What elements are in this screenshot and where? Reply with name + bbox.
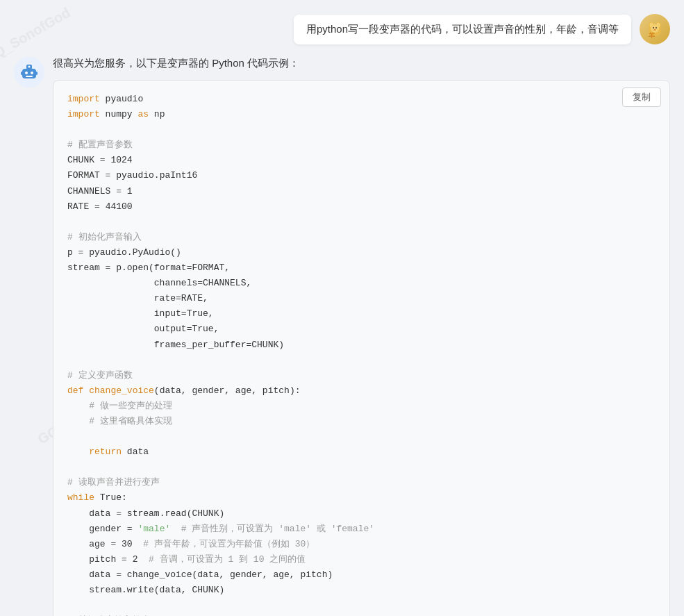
svg-point-14	[31, 72, 33, 74]
svg-text:羊: 羊	[649, 32, 656, 39]
code-content: import pyaudio import numpy as np # 配置声音…	[53, 81, 669, 616]
svg-rect-17	[35, 72, 37, 75]
code-block: 复制 import pyaudio import numpy as np # 配…	[53, 80, 670, 616]
svg-point-12	[28, 66, 31, 68]
svg-point-8	[653, 29, 656, 31]
svg-point-6	[653, 27, 654, 28]
svg-point-7	[656, 27, 657, 28]
user-avatar: 羊	[640, 14, 670, 44]
question-area: 很高兴为您服务，以下是变声器的 Python 代码示例： 用python写一段变…	[0, 7, 684, 54]
svg-rect-15	[26, 76, 33, 77]
copy-button[interactable]: 复制	[622, 88, 661, 107]
answer-area: 很高兴为您服务，以下是变声器的 Python 代码示例： 复制 import p…	[0, 54, 684, 616]
svg-point-13	[25, 72, 28, 74]
question-bubble: 很高兴为您服务，以下是变声器的 Python 代码示例： 用python写一段变…	[294, 15, 631, 44]
answer-intro: 很高兴为您服务，以下是变声器的 Python 代码示例：	[53, 54, 670, 73]
svg-rect-16	[21, 72, 23, 75]
question-display: 用python写一段变声器的代码，可以设置声音的性别，年龄，音调等	[306, 23, 619, 35]
page-wrapper: 很高兴为您服务，以下是变声器的 Python 代码示例： 用python写一段变…	[0, 0, 684, 616]
bot-avatar	[14, 57, 44, 88]
answer-content: 很高兴为您服务，以下是变声器的 Python 代码示例： 复制 import p…	[53, 54, 670, 616]
